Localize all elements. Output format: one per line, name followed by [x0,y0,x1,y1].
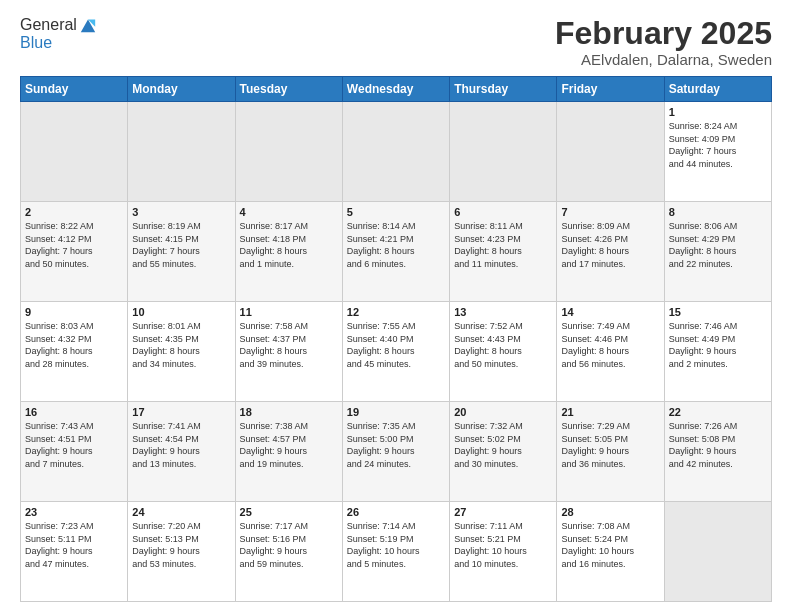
day-number: 12 [347,306,445,318]
calendar-subtitle: AElvdalen, Dalarna, Sweden [555,51,772,68]
day-info: Sunrise: 8:19 AMSunset: 4:15 PMDaylight:… [132,220,230,270]
table-row: 27Sunrise: 7:11 AMSunset: 5:21 PMDayligh… [450,502,557,602]
table-row: 12Sunrise: 7:55 AMSunset: 4:40 PMDayligh… [342,302,449,402]
table-row: 7Sunrise: 8:09 AMSunset: 4:26 PMDaylight… [557,202,664,302]
day-number: 6 [454,206,552,218]
table-row: 5Sunrise: 8:14 AMSunset: 4:21 PMDaylight… [342,202,449,302]
day-info: Sunrise: 8:17 AMSunset: 4:18 PMDaylight:… [240,220,338,270]
day-info: Sunrise: 8:03 AMSunset: 4:32 PMDaylight:… [25,320,123,370]
table-row: 22Sunrise: 7:26 AMSunset: 5:08 PMDayligh… [664,402,771,502]
day-info: Sunrise: 8:09 AMSunset: 4:26 PMDaylight:… [561,220,659,270]
day-number: 9 [25,306,123,318]
day-number: 3 [132,206,230,218]
day-number: 16 [25,406,123,418]
day-number: 7 [561,206,659,218]
header-sunday: Sunday [21,77,128,102]
calendar-title: February 2025 [555,16,772,51]
day-number: 28 [561,506,659,518]
day-info: Sunrise: 7:58 AMSunset: 4:37 PMDaylight:… [240,320,338,370]
table-row: 21Sunrise: 7:29 AMSunset: 5:05 PMDayligh… [557,402,664,502]
table-row [235,102,342,202]
day-number: 22 [669,406,767,418]
table-row: 9Sunrise: 8:03 AMSunset: 4:32 PMDaylight… [21,302,128,402]
logo: General Blue [20,16,97,52]
table-row: 11Sunrise: 7:58 AMSunset: 4:37 PMDayligh… [235,302,342,402]
title-block: February 2025 AElvdalen, Dalarna, Sweden [555,16,772,68]
day-info: Sunrise: 7:52 AMSunset: 4:43 PMDaylight:… [454,320,552,370]
table-row [450,102,557,202]
day-number: 8 [669,206,767,218]
calendar-body: 1Sunrise: 8:24 AMSunset: 4:09 PMDaylight… [21,102,772,602]
table-row: 14Sunrise: 7:49 AMSunset: 4:46 PMDayligh… [557,302,664,402]
day-info: Sunrise: 7:41 AMSunset: 4:54 PMDaylight:… [132,420,230,470]
table-row: 24Sunrise: 7:20 AMSunset: 5:13 PMDayligh… [128,502,235,602]
table-row [664,502,771,602]
day-info: Sunrise: 7:14 AMSunset: 5:19 PMDaylight:… [347,520,445,570]
table-row: 28Sunrise: 7:08 AMSunset: 5:24 PMDayligh… [557,502,664,602]
day-info: Sunrise: 7:55 AMSunset: 4:40 PMDaylight:… [347,320,445,370]
day-number: 2 [25,206,123,218]
day-number: 19 [347,406,445,418]
table-row: 13Sunrise: 7:52 AMSunset: 4:43 PMDayligh… [450,302,557,402]
day-info: Sunrise: 7:35 AMSunset: 5:00 PMDaylight:… [347,420,445,470]
day-info: Sunrise: 7:11 AMSunset: 5:21 PMDaylight:… [454,520,552,570]
logo-blue-text: Blue [20,34,97,52]
day-number: 15 [669,306,767,318]
table-row: 17Sunrise: 7:41 AMSunset: 4:54 PMDayligh… [128,402,235,502]
calendar-table: Sunday Monday Tuesday Wednesday Thursday… [20,76,772,602]
header: General Blue February 2025 AElvdalen, Da… [20,16,772,68]
day-info: Sunrise: 7:32 AMSunset: 5:02 PMDaylight:… [454,420,552,470]
table-row: 1Sunrise: 8:24 AMSunset: 4:09 PMDaylight… [664,102,771,202]
day-info: Sunrise: 7:38 AMSunset: 4:57 PMDaylight:… [240,420,338,470]
day-number: 24 [132,506,230,518]
day-info: Sunrise: 7:17 AMSunset: 5:16 PMDaylight:… [240,520,338,570]
table-row [128,102,235,202]
table-row: 6Sunrise: 8:11 AMSunset: 4:23 PMDaylight… [450,202,557,302]
day-number: 17 [132,406,230,418]
table-row [342,102,449,202]
day-number: 27 [454,506,552,518]
day-info: Sunrise: 7:49 AMSunset: 4:46 PMDaylight:… [561,320,659,370]
day-number: 23 [25,506,123,518]
day-info: Sunrise: 7:26 AMSunset: 5:08 PMDaylight:… [669,420,767,470]
day-info: Sunrise: 8:24 AMSunset: 4:09 PMDaylight:… [669,120,767,170]
table-row: 23Sunrise: 7:23 AMSunset: 5:11 PMDayligh… [21,502,128,602]
day-info: Sunrise: 7:08 AMSunset: 5:24 PMDaylight:… [561,520,659,570]
day-info: Sunrise: 8:22 AMSunset: 4:12 PMDaylight:… [25,220,123,270]
logo-general-text: General [20,16,77,34]
day-number: 5 [347,206,445,218]
header-tuesday: Tuesday [235,77,342,102]
header-wednesday: Wednesday [342,77,449,102]
day-info: Sunrise: 8:06 AMSunset: 4:29 PMDaylight:… [669,220,767,270]
day-number: 21 [561,406,659,418]
table-row: 2Sunrise: 8:22 AMSunset: 4:12 PMDaylight… [21,202,128,302]
day-info: Sunrise: 7:20 AMSunset: 5:13 PMDaylight:… [132,520,230,570]
table-row: 3Sunrise: 8:19 AMSunset: 4:15 PMDaylight… [128,202,235,302]
day-number: 25 [240,506,338,518]
day-number: 14 [561,306,659,318]
day-number: 18 [240,406,338,418]
table-row [557,102,664,202]
day-number: 10 [132,306,230,318]
day-info: Sunrise: 7:46 AMSunset: 4:49 PMDaylight:… [669,320,767,370]
table-row: 25Sunrise: 7:17 AMSunset: 5:16 PMDayligh… [235,502,342,602]
calendar-header-row: Sunday Monday Tuesday Wednesday Thursday… [21,77,772,102]
day-info: Sunrise: 8:14 AMSunset: 4:21 PMDaylight:… [347,220,445,270]
header-friday: Friday [557,77,664,102]
table-row: 8Sunrise: 8:06 AMSunset: 4:29 PMDaylight… [664,202,771,302]
day-info: Sunrise: 7:43 AMSunset: 4:51 PMDaylight:… [25,420,123,470]
table-row: 26Sunrise: 7:14 AMSunset: 5:19 PMDayligh… [342,502,449,602]
table-row: 15Sunrise: 7:46 AMSunset: 4:49 PMDayligh… [664,302,771,402]
day-info: Sunrise: 7:23 AMSunset: 5:11 PMDaylight:… [25,520,123,570]
day-number: 20 [454,406,552,418]
table-row: 4Sunrise: 8:17 AMSunset: 4:18 PMDaylight… [235,202,342,302]
header-saturday: Saturday [664,77,771,102]
header-thursday: Thursday [450,77,557,102]
table-row [21,102,128,202]
day-info: Sunrise: 8:11 AMSunset: 4:23 PMDaylight:… [454,220,552,270]
table-row: 19Sunrise: 7:35 AMSunset: 5:00 PMDayligh… [342,402,449,502]
table-row: 10Sunrise: 8:01 AMSunset: 4:35 PMDayligh… [128,302,235,402]
table-row: 18Sunrise: 7:38 AMSunset: 4:57 PMDayligh… [235,402,342,502]
page: General Blue February 2025 AElvdalen, Da… [0,0,792,612]
day-number: 4 [240,206,338,218]
